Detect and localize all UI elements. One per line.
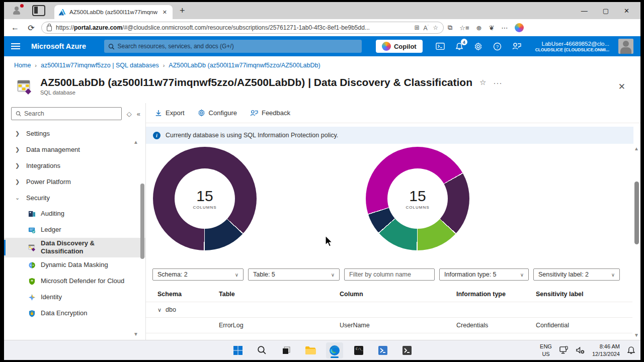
window-restore-button[interactable]: ▢ xyxy=(603,7,609,15)
azure-search-input[interactable] xyxy=(118,43,358,50)
scroll-up-icon[interactable]: ▲ xyxy=(634,146,639,151)
sidebar-group-data-management[interactable]: ❯Data management xyxy=(4,141,145,157)
data-encryption-icon xyxy=(28,310,36,317)
data-discovery-icon xyxy=(28,244,36,251)
vertical-scrollbar[interactable]: ▲ ▼ xyxy=(632,144,640,340)
collections-icon[interactable]: ⊕ xyxy=(476,24,482,32)
url-text[interactable]: https://portal.azure.com/#@cloudslice.on… xyxy=(56,24,370,31)
favorite-star-icon[interactable]: ☆ xyxy=(479,78,486,87)
sidebar-scrollbar-thumb[interactable] xyxy=(140,184,144,259)
scrollbar-thumb[interactable] xyxy=(634,182,639,244)
column-filter-input[interactable] xyxy=(344,268,435,281)
favorite-star-icon[interactable]: ☆ xyxy=(433,24,438,31)
sensitivity-label-donut-chart[interactable]: 15 COLUMNS xyxy=(153,147,257,250)
window-close-button[interactable]: ✕ xyxy=(624,7,629,15)
browser-profile-button[interactable] xyxy=(9,4,24,17)
browser-tab[interactable]: AZ500LabDb (az500l11w77imqnw ✕ xyxy=(54,5,173,19)
hamburger-menu-icon[interactable] xyxy=(11,43,20,49)
suggest-icon[interactable]: ⊞ xyxy=(414,24,419,31)
scroll-up-icon[interactable]: ▲ xyxy=(133,139,138,145)
information-type-filter-dropdown[interactable]: Information type: 5∨ xyxy=(439,268,529,281)
sidebar-item-identity[interactable]: Identity xyxy=(4,290,145,306)
export-button[interactable]: Export xyxy=(155,109,185,117)
start-button[interactable] xyxy=(229,342,247,358)
tab-close-icon[interactable]: ✕ xyxy=(161,9,169,16)
header-sensitivity-label[interactable]: Sensitivity label xyxy=(536,291,616,298)
address-bar[interactable]: https://portal.azure.com/#@cloudslice.on… xyxy=(41,22,444,34)
schema-group-row-dbo[interactable]: ∨ dbo xyxy=(146,302,632,318)
language-indicator[interactable]: ENG US xyxy=(540,343,552,357)
scroll-down-icon[interactable]: ▼ xyxy=(634,332,639,338)
account-user: LabUser-46689852@clo... xyxy=(535,40,609,47)
new-tab-button[interactable]: + xyxy=(180,6,185,16)
file-explorer-button[interactable] xyxy=(302,342,319,358)
menu-view-icon[interactable]: ◇ xyxy=(127,110,132,118)
sidebar-item-data-discovery-classification[interactable]: Data Discovery & Classification xyxy=(4,238,145,257)
sensitivity-label-filter-dropdown[interactable]: Sensitivity label: 2∨ xyxy=(533,268,620,281)
sidebar-item-ledger[interactable]: Ledger xyxy=(4,222,145,238)
header-information-type[interactable]: Information type xyxy=(456,291,536,298)
chevron-down-icon: ∨ xyxy=(331,272,335,278)
edge-browser-button[interactable] xyxy=(326,342,343,358)
information-type-donut-chart[interactable]: 15 COLUMNS xyxy=(366,147,469,250)
breadcrumb-sql-databases[interactable]: az500l11w77imqnwf5zzo | SQL databases xyxy=(41,62,159,69)
sidebar-search-box[interactable] xyxy=(11,107,122,120)
azure-brand[interactable]: Microsoft Azure xyxy=(31,42,86,50)
windows-logo-icon xyxy=(233,345,243,355)
refresh-icon[interactable]: ⟳ xyxy=(25,23,37,33)
scroll-down-icon[interactable]: ▼ xyxy=(133,331,138,337)
notifications-bell-icon[interactable]: 4 xyxy=(455,42,464,51)
clock[interactable]: 8:46 AM 12/13/2024 xyxy=(592,343,620,357)
gear-icon[interactable] xyxy=(474,42,483,51)
header-schema[interactable]: Schema xyxy=(146,291,219,298)
window-minimize-button[interactable]: — xyxy=(581,7,588,15)
sidebar-group-security[interactable]: ⌄Security xyxy=(4,190,145,206)
chevron-down-icon[interactable]: ∨ xyxy=(157,307,162,313)
help-icon[interactable]: ? xyxy=(493,42,502,51)
cloud-shell-icon[interactable] xyxy=(436,42,445,51)
azure-search-box[interactable] xyxy=(104,40,362,53)
header-table[interactable]: Table xyxy=(219,291,340,298)
table-filter-dropdown[interactable]: Table: 5∨ xyxy=(248,268,340,281)
volume-muted-icon[interactable] xyxy=(576,346,585,354)
powershell-button[interactable] xyxy=(374,342,391,358)
read-aloud-icon[interactable]: Aʾ xyxy=(424,24,429,32)
sidebar-group-settings[interactable]: ❯Settings xyxy=(4,125,145,141)
more-options-icon[interactable]: ··· xyxy=(493,78,502,87)
avatar[interactable] xyxy=(618,39,633,54)
configure-button[interactable]: Configure xyxy=(198,109,237,117)
table-row[interactable]: ErrorLog UserName Credentials Confidenti… xyxy=(146,318,632,333)
sidebar-group-integrations[interactable]: ❯Integrations xyxy=(4,157,145,173)
donut-center-value: 15 xyxy=(409,188,426,205)
command-prompt-button[interactable]: C:\_ xyxy=(350,342,367,358)
edge-copilot-icon[interactable] xyxy=(515,23,524,32)
taskbar-search-button[interactable] xyxy=(254,342,271,358)
feedback-icon[interactable] xyxy=(512,42,521,51)
split-screen-icon[interactable]: ⧉ xyxy=(448,24,452,32)
feedback-button[interactable]: Feedback xyxy=(250,109,290,117)
sidebar-item-auditing[interactable]: Auditing xyxy=(4,206,145,222)
browser-essentials-icon[interactable]: ❦ xyxy=(489,24,494,32)
account-info[interactable]: LabUser-46689852@clo... CLOUDSLICE (CLOU… xyxy=(535,40,609,53)
workspaces-icon[interactable] xyxy=(32,5,45,16)
copilot-button[interactable]: Copilot xyxy=(376,40,423,53)
sidebar-item-microsoft-defender-for-cloud[interactable]: Microsoft Defender for Cloud xyxy=(4,274,145,290)
breadcrumb-current[interactable]: AZ500LabDb (az500l11w77imqnwf5zzo/AZ500L… xyxy=(169,62,320,69)
collapse-menu-icon[interactable]: « xyxy=(137,110,140,118)
close-blade-icon[interactable]: ✕ xyxy=(618,81,625,92)
sidebar-item-dynamic-data-masking[interactable]: Dynamic Data Masking xyxy=(4,257,145,274)
back-icon[interactable]: ← xyxy=(9,23,21,32)
schema-filter-dropdown[interactable]: Schema: 2∨ xyxy=(152,268,244,281)
breadcrumb-home[interactable]: Home xyxy=(14,62,31,69)
settings-more-icon[interactable]: ⋯ xyxy=(501,24,508,32)
windows-terminal-button[interactable] xyxy=(398,342,416,358)
azure-header: Microsoft Azure Copilot 4 ? xyxy=(4,36,640,56)
sidebar-search-input[interactable] xyxy=(24,110,117,117)
notification-bell-icon[interactable] xyxy=(627,346,635,355)
sidebar-item-data-encryption[interactable]: Data Encryption xyxy=(4,306,145,322)
task-view-button[interactable] xyxy=(278,342,295,358)
sidebar-group-power-platform[interactable]: ❯Power Platform xyxy=(4,173,145,190)
header-column[interactable]: Column xyxy=(340,291,456,298)
favorites-icon[interactable]: ☆≡ xyxy=(459,24,469,32)
network-icon[interactable] xyxy=(559,346,569,354)
